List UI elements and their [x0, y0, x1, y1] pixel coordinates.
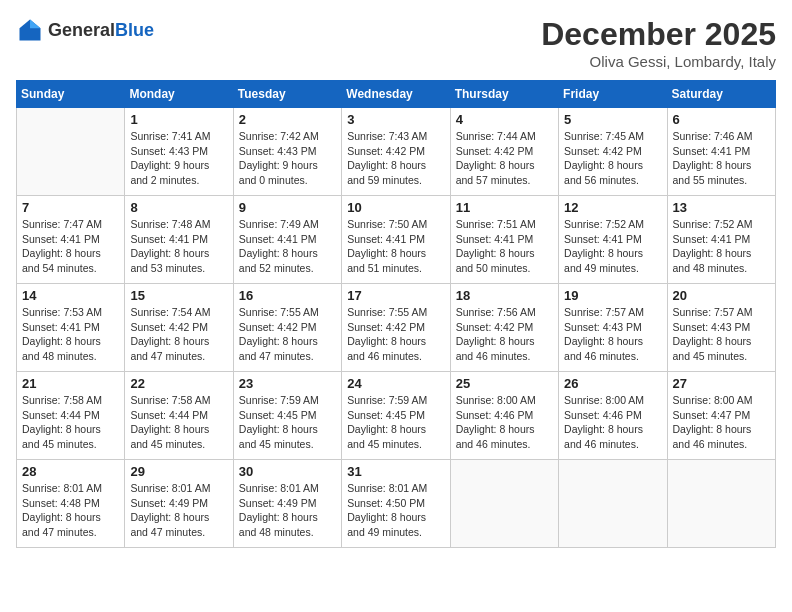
calendar: SundayMondayTuesdayWednesdayThursdayFrid…: [16, 80, 776, 548]
day-number: 30: [239, 464, 336, 479]
calendar-cell: 3Sunrise: 7:43 AMSunset: 4:42 PMDaylight…: [342, 108, 450, 196]
calendar-cell: 26Sunrise: 8:00 AMSunset: 4:46 PMDayligh…: [559, 372, 667, 460]
day-number: 2: [239, 112, 336, 127]
day-number: 1: [130, 112, 227, 127]
calendar-cell: 28Sunrise: 8:01 AMSunset: 4:48 PMDayligh…: [17, 460, 125, 548]
day-info: Sunrise: 7:55 AMSunset: 4:42 PMDaylight:…: [347, 305, 444, 364]
day-number: 12: [564, 200, 661, 215]
calendar-cell: 21Sunrise: 7:58 AMSunset: 4:44 PMDayligh…: [17, 372, 125, 460]
day-number: 11: [456, 200, 553, 215]
calendar-cell: 9Sunrise: 7:49 AMSunset: 4:41 PMDaylight…: [233, 196, 341, 284]
calendar-cell: 24Sunrise: 7:59 AMSunset: 4:45 PMDayligh…: [342, 372, 450, 460]
day-info: Sunrise: 7:59 AMSunset: 4:45 PMDaylight:…: [239, 393, 336, 452]
day-info: Sunrise: 7:45 AMSunset: 4:42 PMDaylight:…: [564, 129, 661, 188]
logo-icon: [16, 16, 44, 44]
day-number: 13: [673, 200, 770, 215]
day-number: 27: [673, 376, 770, 391]
calendar-cell: [17, 108, 125, 196]
calendar-cell: 22Sunrise: 7:58 AMSunset: 4:44 PMDayligh…: [125, 372, 233, 460]
calendar-cell: 5Sunrise: 7:45 AMSunset: 4:42 PMDaylight…: [559, 108, 667, 196]
day-info: Sunrise: 7:52 AMSunset: 4:41 PMDaylight:…: [564, 217, 661, 276]
calendar-cell: 14Sunrise: 7:53 AMSunset: 4:41 PMDayligh…: [17, 284, 125, 372]
day-number: 21: [22, 376, 119, 391]
calendar-cell: 23Sunrise: 7:59 AMSunset: 4:45 PMDayligh…: [233, 372, 341, 460]
day-info: Sunrise: 7:58 AMSunset: 4:44 PMDaylight:…: [130, 393, 227, 452]
calendar-cell: 30Sunrise: 8:01 AMSunset: 4:49 PMDayligh…: [233, 460, 341, 548]
calendar-cell: 1Sunrise: 7:41 AMSunset: 4:43 PMDaylight…: [125, 108, 233, 196]
day-info: Sunrise: 7:57 AMSunset: 4:43 PMDaylight:…: [673, 305, 770, 364]
day-info: Sunrise: 8:01 AMSunset: 4:50 PMDaylight:…: [347, 481, 444, 540]
day-number: 10: [347, 200, 444, 215]
calendar-cell: 18Sunrise: 7:56 AMSunset: 4:42 PMDayligh…: [450, 284, 558, 372]
calendar-cell: 4Sunrise: 7:44 AMSunset: 4:42 PMDaylight…: [450, 108, 558, 196]
calendar-cell: 11Sunrise: 7:51 AMSunset: 4:41 PMDayligh…: [450, 196, 558, 284]
day-info: Sunrise: 8:01 AMSunset: 4:49 PMDaylight:…: [130, 481, 227, 540]
day-number: 28: [22, 464, 119, 479]
day-number: 16: [239, 288, 336, 303]
svg-marker-1: [30, 20, 41, 29]
calendar-cell: 31Sunrise: 8:01 AMSunset: 4:50 PMDayligh…: [342, 460, 450, 548]
calendar-week-row: 14Sunrise: 7:53 AMSunset: 4:41 PMDayligh…: [17, 284, 776, 372]
month-title: December 2025: [541, 16, 776, 53]
day-info: Sunrise: 7:41 AMSunset: 4:43 PMDaylight:…: [130, 129, 227, 188]
calendar-cell: 17Sunrise: 7:55 AMSunset: 4:42 PMDayligh…: [342, 284, 450, 372]
calendar-week-row: 28Sunrise: 8:01 AMSunset: 4:48 PMDayligh…: [17, 460, 776, 548]
calendar-cell: 20Sunrise: 7:57 AMSunset: 4:43 PMDayligh…: [667, 284, 775, 372]
day-info: Sunrise: 7:56 AMSunset: 4:42 PMDaylight:…: [456, 305, 553, 364]
day-info: Sunrise: 7:42 AMSunset: 4:43 PMDaylight:…: [239, 129, 336, 188]
day-info: Sunrise: 7:49 AMSunset: 4:41 PMDaylight:…: [239, 217, 336, 276]
calendar-cell: 2Sunrise: 7:42 AMSunset: 4:43 PMDaylight…: [233, 108, 341, 196]
calendar-cell: 27Sunrise: 8:00 AMSunset: 4:47 PMDayligh…: [667, 372, 775, 460]
calendar-cell: 25Sunrise: 8:00 AMSunset: 4:46 PMDayligh…: [450, 372, 558, 460]
logo-general: General: [48, 20, 115, 40]
day-number: 5: [564, 112, 661, 127]
calendar-cell: 16Sunrise: 7:55 AMSunset: 4:42 PMDayligh…: [233, 284, 341, 372]
day-number: 4: [456, 112, 553, 127]
day-info: Sunrise: 7:51 AMSunset: 4:41 PMDaylight:…: [456, 217, 553, 276]
day-number: 15: [130, 288, 227, 303]
calendar-day-header: Sunday: [17, 81, 125, 108]
logo-blue: Blue: [115, 20, 154, 40]
calendar-cell: [667, 460, 775, 548]
logo: GeneralBlue: [16, 16, 154, 44]
calendar-cell: 6Sunrise: 7:46 AMSunset: 4:41 PMDaylight…: [667, 108, 775, 196]
day-info: Sunrise: 7:52 AMSunset: 4:41 PMDaylight:…: [673, 217, 770, 276]
day-number: 18: [456, 288, 553, 303]
day-number: 19: [564, 288, 661, 303]
day-info: Sunrise: 7:44 AMSunset: 4:42 PMDaylight:…: [456, 129, 553, 188]
day-info: Sunrise: 7:46 AMSunset: 4:41 PMDaylight:…: [673, 129, 770, 188]
day-number: 29: [130, 464, 227, 479]
day-info: Sunrise: 8:00 AMSunset: 4:47 PMDaylight:…: [673, 393, 770, 452]
calendar-cell: 7Sunrise: 7:47 AMSunset: 4:41 PMDaylight…: [17, 196, 125, 284]
calendar-cell: [559, 460, 667, 548]
calendar-cell: [450, 460, 558, 548]
day-info: Sunrise: 8:00 AMSunset: 4:46 PMDaylight:…: [456, 393, 553, 452]
day-info: Sunrise: 7:54 AMSunset: 4:42 PMDaylight:…: [130, 305, 227, 364]
calendar-cell: 13Sunrise: 7:52 AMSunset: 4:41 PMDayligh…: [667, 196, 775, 284]
day-number: 17: [347, 288, 444, 303]
day-info: Sunrise: 8:00 AMSunset: 4:46 PMDaylight:…: [564, 393, 661, 452]
day-number: 7: [22, 200, 119, 215]
day-number: 31: [347, 464, 444, 479]
calendar-day-header: Monday: [125, 81, 233, 108]
location: Oliva Gessi, Lombardy, Italy: [541, 53, 776, 70]
calendar-day-header: Tuesday: [233, 81, 341, 108]
day-number: 23: [239, 376, 336, 391]
calendar-week-row: 21Sunrise: 7:58 AMSunset: 4:44 PMDayligh…: [17, 372, 776, 460]
calendar-week-row: 1Sunrise: 7:41 AMSunset: 4:43 PMDaylight…: [17, 108, 776, 196]
day-info: Sunrise: 7:59 AMSunset: 4:45 PMDaylight:…: [347, 393, 444, 452]
day-number: 24: [347, 376, 444, 391]
calendar-header-row: SundayMondayTuesdayWednesdayThursdayFrid…: [17, 81, 776, 108]
day-number: 14: [22, 288, 119, 303]
title-block: December 2025 Oliva Gessi, Lombardy, Ita…: [541, 16, 776, 70]
calendar-cell: 19Sunrise: 7:57 AMSunset: 4:43 PMDayligh…: [559, 284, 667, 372]
day-number: 25: [456, 376, 553, 391]
calendar-day-header: Saturday: [667, 81, 775, 108]
day-number: 3: [347, 112, 444, 127]
day-info: Sunrise: 7:58 AMSunset: 4:44 PMDaylight:…: [22, 393, 119, 452]
day-info: Sunrise: 7:57 AMSunset: 4:43 PMDaylight:…: [564, 305, 661, 364]
page-header: GeneralBlue December 2025 Oliva Gessi, L…: [16, 16, 776, 70]
calendar-cell: 12Sunrise: 7:52 AMSunset: 4:41 PMDayligh…: [559, 196, 667, 284]
calendar-cell: 15Sunrise: 7:54 AMSunset: 4:42 PMDayligh…: [125, 284, 233, 372]
calendar-cell: 8Sunrise: 7:48 AMSunset: 4:41 PMDaylight…: [125, 196, 233, 284]
